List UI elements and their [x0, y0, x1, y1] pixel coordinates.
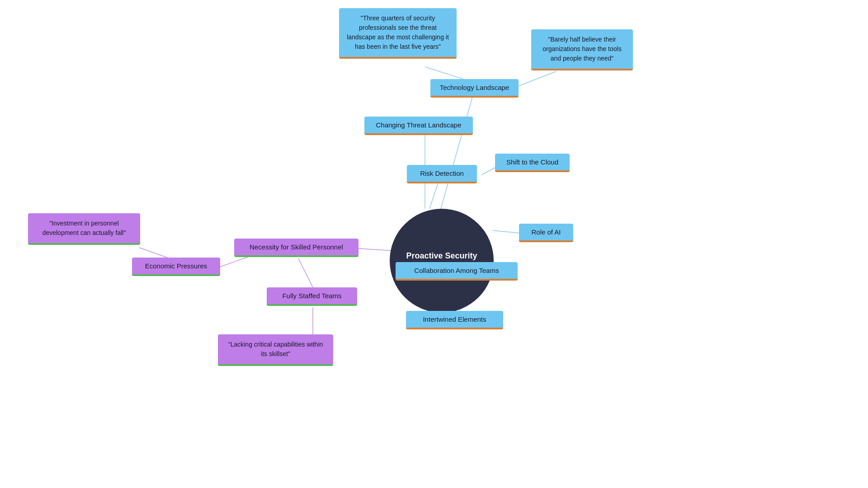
shift-to-cloud-label: Shift to the Cloud — [506, 158, 558, 166]
node-changing-threat-landscape[interactable]: Changing Threat Landscape — [364, 117, 473, 135]
quote-threat-label: "Three quarters of security professional… — [347, 14, 449, 50]
collaboration-among-teams-label: Collaboration Among Teams — [414, 267, 499, 274]
changing-threat-landscape-label: Changing Threat Landscape — [376, 121, 461, 129]
node-quote-investment: "Investment in personnel development can… — [28, 213, 140, 245]
fully-staffed-teams-label: Fully Staffed Teams — [282, 292, 341, 300]
svg-line-11 — [298, 258, 313, 287]
node-collaboration-among-teams[interactable]: Collaboration Among Teams — [396, 262, 518, 281]
node-fully-staffed-teams[interactable]: Fully Staffed Teams — [267, 287, 357, 306]
quote-investment-label: "Investment in personnel development can… — [42, 220, 126, 236]
intertwined-elements-label: Intertwined Elements — [423, 315, 486, 323]
node-quote-tools: "Barely half believe their organizations… — [531, 29, 633, 70]
quote-tools-label: "Barely half believe their organizations… — [542, 36, 621, 62]
node-intertwined-elements[interactable]: Intertwined Elements — [406, 311, 503, 329]
necessity-skilled-personnel-label: Necessity for Skilled Personnel — [250, 243, 343, 251]
svg-line-12 — [139, 248, 167, 258]
role-of-ai-label: Role of AI — [531, 228, 561, 236]
svg-line-9 — [359, 249, 394, 251]
node-technology-landscape[interactable]: Technology Landscape — [430, 79, 519, 98]
svg-line-7 — [425, 67, 463, 79]
node-necessity-skilled-personnel[interactable]: Necessity for Skilled Personnel — [234, 239, 359, 257]
center-node: Proactive Security Measures — [390, 209, 494, 313]
node-risk-detection[interactable]: Risk Detection — [407, 165, 477, 183]
quote-lacking-label: "Lacking critical capabilities within it… — [228, 341, 323, 357]
node-quote-lacking: "Lacking critical capabilities within it… — [218, 334, 333, 366]
node-shift-to-cloud[interactable]: Shift to the Cloud — [495, 154, 570, 172]
risk-detection-label: Risk Detection — [420, 169, 464, 177]
node-role-of-ai[interactable]: Role of AI — [519, 224, 573, 242]
technology-landscape-label: Technology Landscape — [440, 84, 509, 91]
node-economic-pressures[interactable]: Economic Pressures — [132, 258, 220, 276]
svg-line-0 — [441, 89, 475, 209]
economic-pressures-label: Economic Pressures — [145, 262, 208, 270]
node-quote-threat: "Three quarters of security professional… — [339, 8, 457, 59]
